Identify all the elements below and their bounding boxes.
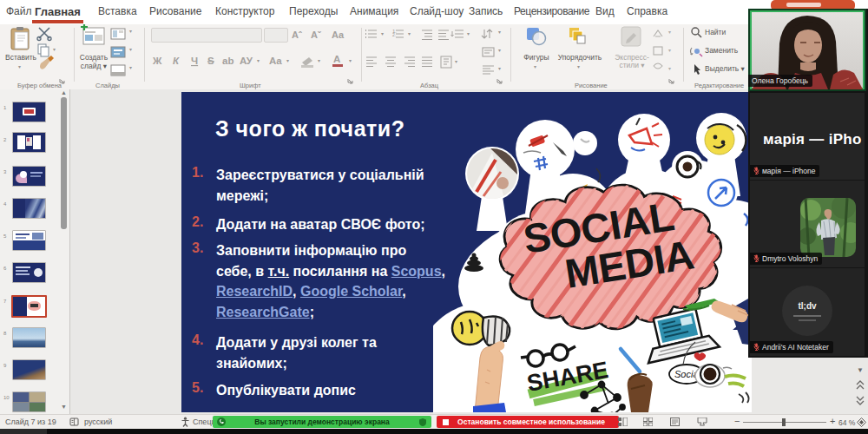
svg-text:2.: 2. bbox=[392, 32, 396, 37]
svg-text:▾: ▾ bbox=[668, 66, 671, 71]
svg-text:▾: ▾ bbox=[318, 58, 320, 63]
svg-text:▾: ▾ bbox=[498, 48, 501, 53]
svg-text:▾: ▾ bbox=[129, 65, 132, 70]
svg-text:▾: ▾ bbox=[455, 59, 457, 64]
svg-text:▾: ▾ bbox=[381, 31, 384, 36]
svg-text:▾: ▾ bbox=[349, 58, 352, 63]
svg-text:Ч: Ч bbox=[191, 56, 198, 66]
svg-text:▾: ▾ bbox=[668, 30, 671, 35]
svg-text:▾: ▾ bbox=[129, 29, 132, 34]
svg-text:А: А bbox=[333, 54, 340, 64]
svg-text:▾: ▾ bbox=[467, 31, 470, 36]
svg-text:Aˇ: Aˇ bbox=[311, 30, 321, 40]
svg-text:Аa: Аa bbox=[269, 56, 282, 66]
svg-text:S: S bbox=[207, 56, 214, 66]
svg-text:АУ: АУ bbox=[240, 56, 253, 66]
svg-text:▾: ▾ bbox=[286, 58, 289, 63]
svg-text:▾: ▾ bbox=[668, 48, 671, 53]
svg-text:▾: ▾ bbox=[257, 58, 260, 63]
svg-text:▾: ▾ bbox=[408, 31, 411, 36]
svg-text:ab: ab bbox=[222, 56, 233, 66]
svg-text:▾: ▾ bbox=[53, 47, 56, 52]
svg-text:▾: ▾ bbox=[129, 47, 132, 52]
svg-text:К: К bbox=[173, 56, 180, 66]
svg-text:▾: ▾ bbox=[498, 66, 501, 71]
svg-text:▾: ▾ bbox=[498, 30, 501, 35]
svg-text:Ж: Ж bbox=[152, 56, 162, 66]
svg-text:Aа: Aа bbox=[332, 30, 345, 40]
svg-text:Aˆ: Aˆ bbox=[292, 30, 302, 40]
